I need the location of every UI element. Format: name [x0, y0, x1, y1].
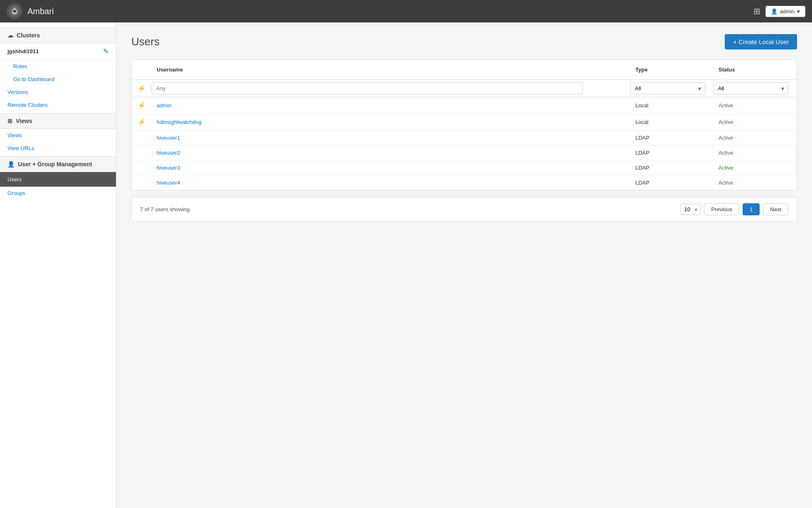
- table-row: ⚡ hdinsightwatchdog Local Active: [132, 114, 797, 131]
- status-cell-4: Active: [714, 160, 797, 175]
- username-filter-cell: [152, 82, 630, 94]
- username-cell-5[interactable]: hiveuser4: [152, 175, 630, 190]
- type-cell-5: LDAP: [630, 175, 714, 190]
- cloud-icon: ☁: [7, 32, 13, 39]
- views-section: ⊞ Views Views View URLs: [0, 113, 116, 155]
- clusters-label: Clusters: [17, 32, 40, 39]
- page-header: Users + Create Local User: [131, 34, 797, 49]
- user-group-section: 👤 User + Group Management Users Groups: [0, 156, 116, 200]
- main-content: Users + Create Local User Username Type …: [116, 22, 812, 508]
- type-filter-wrapper: All Local LDAP: [630, 82, 705, 94]
- username-cell-1[interactable]: hdinsightwatchdog: [152, 115, 630, 129]
- row-icon-cell-3: [132, 149, 152, 157]
- sidebar-item-groups[interactable]: Groups: [0, 187, 116, 200]
- filter-icon-cell: ⚡: [132, 84, 152, 92]
- status-cell-0: Active: [714, 98, 797, 113]
- col-header-status: Status: [714, 64, 797, 75]
- row-icon-cell-0: ⚡: [132, 97, 152, 113]
- pagination-controls: 10 25 50 Previous 1 Next: [680, 203, 788, 215]
- username-cell-0[interactable]: admin: [152, 98, 630, 113]
- user-icon: 👤: [771, 8, 778, 15]
- row-icon-cell-2: [132, 134, 152, 142]
- row-icon-cell-1: ⚡: [132, 114, 152, 130]
- table-row: hiveuser3 LDAP Active: [132, 160, 797, 175]
- sidebar-link-versions[interactable]: Versions: [0, 86, 116, 99]
- edit-icon[interactable]: ✎: [103, 47, 108, 55]
- create-local-user-button[interactable]: + Create Local User: [725, 34, 797, 49]
- col-header-type: Type: [630, 64, 714, 75]
- page-1-button[interactable]: 1: [743, 203, 760, 215]
- username-cell-2[interactable]: hiveuser1: [152, 131, 630, 145]
- status-filter-wrapper: All Active Inactive: [714, 82, 788, 94]
- table-row: hiveuser1 LDAP Active: [132, 131, 797, 145]
- row-icon-cell-5: [132, 179, 152, 187]
- type-cell-3: LDAP: [630, 145, 714, 160]
- type-cell-1: Local: [630, 115, 714, 129]
- status-filter-cell: All Active Inactive: [714, 82, 797, 94]
- next-button[interactable]: Next: [763, 203, 788, 215]
- users-nav-label: Users: [7, 176, 22, 182]
- app-name: Ambari: [27, 7, 54, 16]
- type-cell-2: LDAP: [630, 131, 714, 145]
- status-filter-select[interactable]: All Active Inactive: [714, 82, 788, 94]
- status-cell-3: Active: [714, 145, 797, 160]
- grid-icon[interactable]: ⊞: [753, 6, 760, 16]
- table-header-row: Username Type Status: [132, 60, 797, 80]
- sidebar-link-views[interactable]: Views: [0, 129, 116, 142]
- type-filter-select[interactable]: All Local LDAP: [630, 82, 705, 94]
- page-size-wrapper: 10 25 50: [680, 204, 701, 215]
- bolt-icon-0: ⚡: [138, 101, 146, 109]
- previous-button[interactable]: Previous: [704, 203, 739, 215]
- filter-bolt-icon: ⚡: [138, 84, 146, 92]
- page-title: Users: [131, 35, 160, 48]
- user-group-label: User + Group Management: [18, 161, 92, 168]
- sidebar-link-roles[interactable]: Roles: [0, 60, 116, 73]
- layout: ☁ Clusters jgshhdi1011 ✎ Roles Go to Das…: [0, 22, 812, 508]
- status-cell-1: Active: [714, 115, 797, 129]
- type-cell-4: LDAP: [630, 160, 714, 175]
- username-filter-input[interactable]: [152, 82, 583, 94]
- table-row: ⚡ admin Local Active: [132, 97, 797, 114]
- status-cell-5: Active: [714, 175, 797, 190]
- views-section-header: ⊞ Views: [0, 113, 116, 129]
- username-cell-3[interactable]: hiveuser2: [152, 145, 630, 160]
- page-size-select[interactable]: 10 25 50: [680, 204, 701, 215]
- col-header-icon: [132, 64, 152, 75]
- topnav-right: ⊞ 👤 admin ▾: [753, 6, 805, 17]
- clusters-section-header: ☁ Clusters: [0, 27, 116, 43]
- pagination-row: 7 of 7 users showing 10 25 50 Previous 1…: [131, 197, 797, 222]
- status-cell-2: Active: [714, 131, 797, 145]
- clusters-section: ☁ Clusters jgshhdi1011 ✎ Roles Go to Das…: [0, 27, 116, 111]
- sidebar-link-dashboard[interactable]: Go to Dashboard: [0, 73, 116, 86]
- table-row: hiveuser2 LDAP Active: [132, 145, 797, 160]
- row-icon-cell-4: [132, 164, 152, 172]
- app-logo: [7, 3, 22, 19]
- admin-menu-button[interactable]: 👤 admin ▾: [765, 6, 805, 17]
- topnav: Ambari ⊞ 👤 admin ▾: [0, 0, 812, 22]
- bolt-icon-1: ⚡: [138, 118, 146, 126]
- table-filter-row: ⚡ All Local LDAP: [132, 80, 797, 97]
- type-cell-0: Local: [630, 98, 714, 113]
- sidebar: ☁ Clusters jgshhdi1011 ✎ Roles Go to Das…: [0, 22, 116, 508]
- svg-point-1: [13, 10, 16, 13]
- topnav-left: Ambari: [7, 3, 54, 19]
- grid-views-icon: ⊞: [7, 118, 12, 124]
- views-label: Views: [16, 118, 32, 124]
- username-cell-4[interactable]: hiveuser3: [152, 160, 630, 175]
- user-group-section-header: 👤 User + Group Management: [0, 156, 116, 172]
- sidebar-link-remote-clusters[interactable]: Remote Clusters: [0, 99, 116, 111]
- type-filter-cell: All Local LDAP: [630, 82, 714, 94]
- admin-label: admin: [780, 8, 795, 15]
- cluster-name: jgshhdi1011: [7, 48, 39, 54]
- sidebar-link-view-urls[interactable]: View URLs: [0, 142, 116, 155]
- users-table: Username Type Status ⚡ All Local: [131, 59, 797, 190]
- dropdown-arrow-icon: ▾: [797, 8, 800, 15]
- col-header-username: Username: [152, 64, 630, 75]
- sidebar-item-users[interactable]: Users: [0, 172, 116, 187]
- table-row: hiveuser4 LDAP Active: [132, 175, 797, 190]
- cluster-item: jgshhdi1011 ✎: [0, 43, 116, 60]
- showing-text: 7 of 7 users showing: [140, 206, 189, 212]
- user-group-icon: 👤: [7, 161, 15, 168]
